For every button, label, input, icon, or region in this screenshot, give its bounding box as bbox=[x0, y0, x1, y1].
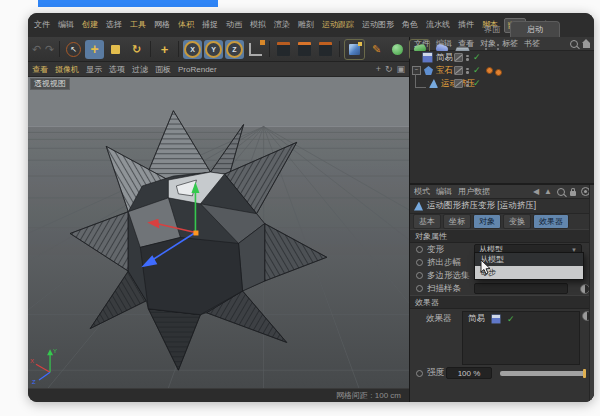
viewport-panel: 查看 摄像机 显示 选项 过滤 面板 ProRender + ↻ ▣ 透视视图 bbox=[28, 62, 409, 402]
lock-icon[interactable] bbox=[570, 191, 576, 196]
scrollbar[interactable] bbox=[589, 185, 594, 402]
menu-item[interactable]: 网格 bbox=[152, 18, 172, 33]
enabled-check-icon[interactable]: ✓ bbox=[473, 53, 481, 62]
viewport-menu-item[interactable]: 面板 bbox=[155, 64, 171, 75]
visibility-dots[interactable] bbox=[466, 81, 469, 87]
menu-item[interactable]: 文件 bbox=[32, 18, 52, 33]
am-menu-item[interactable]: 模式 bbox=[414, 186, 430, 197]
enabled-check-icon[interactable]: ✓ bbox=[473, 79, 481, 88]
animation-dot[interactable] bbox=[416, 285, 423, 292]
scale-tool-icon[interactable] bbox=[106, 40, 125, 59]
tag-icon[interactable] bbox=[495, 69, 502, 76]
subdivision-surface-icon[interactable] bbox=[388, 40, 407, 59]
layout-tab-interface[interactable]: 界面 bbox=[480, 22, 504, 37]
search-icon[interactable] bbox=[570, 40, 578, 48]
tab-coordinates[interactable]: 坐标 bbox=[443, 214, 471, 229]
menu-item[interactable]: 流水线 bbox=[424, 18, 452, 33]
rotate-view-icon[interactable]: ↻ bbox=[385, 64, 393, 74]
add-cube-icon[interactable] bbox=[344, 39, 365, 60]
effector-item[interactable]: 简易 ✓ bbox=[463, 312, 579, 326]
menu-item[interactable]: 角色 bbox=[400, 18, 420, 33]
menu-item[interactable]: 运动图形 bbox=[360, 18, 396, 33]
animation-dot[interactable] bbox=[416, 259, 423, 266]
render-picture-viewer-icon[interactable] bbox=[295, 40, 314, 59]
viewport-menu-item[interactable]: ProRender bbox=[178, 65, 217, 74]
slider-handle[interactable] bbox=[583, 369, 586, 378]
visibility-dots[interactable] bbox=[466, 68, 469, 74]
tab-transform[interactable]: 变换 bbox=[503, 214, 531, 229]
menu-item[interactable]: 渲染 bbox=[272, 18, 292, 33]
history-up-icon[interactable]: ▲ bbox=[544, 187, 552, 196]
toolbar-separator bbox=[150, 41, 151, 57]
maximize-view-icon[interactable]: ▣ bbox=[396, 64, 405, 74]
menu-item[interactable]: 工具 bbox=[128, 18, 148, 33]
viewport-canvas[interactable]: 透视视图 bbox=[28, 77, 409, 388]
attribute-tabs: 基本 坐标 对象 变换 效果器 bbox=[410, 214, 594, 229]
menu-item[interactable]: 动画 bbox=[224, 18, 244, 33]
menu-item[interactable]: 体积 bbox=[176, 18, 196, 33]
tag-icon[interactable] bbox=[486, 67, 493, 74]
menubar: 文件 编辑 创建 选择 工具 网格 体积 捕捉 动画 模拟 渲染 雕刻 运动跟踪… bbox=[32, 18, 550, 33]
pan-icon[interactable]: + bbox=[376, 64, 381, 74]
visibility-dots[interactable] bbox=[466, 55, 469, 61]
om-menu-item[interactable]: 书签 bbox=[524, 38, 540, 49]
object-name[interactable]: 宝石 bbox=[436, 65, 453, 77]
y-axis-lock-button[interactable]: Y bbox=[204, 40, 223, 59]
tab-effectors[interactable]: 效果器 bbox=[533, 214, 569, 229]
object-row[interactable]: 运动挤压 ✓ bbox=[410, 77, 594, 90]
viewport-menu-item[interactable]: 选项 bbox=[109, 64, 125, 75]
strength-slider[interactable] bbox=[500, 371, 586, 376]
animation-dot[interactable] bbox=[416, 272, 423, 279]
tab-object[interactable]: 对象 bbox=[473, 214, 501, 229]
move-tool-icon[interactable]: + bbox=[85, 40, 104, 59]
menu-item[interactable]: 运动跟踪 bbox=[320, 18, 356, 33]
object-row[interactable]: 简易 ✓ bbox=[410, 51, 594, 64]
last-tool-icon[interactable]: + bbox=[155, 40, 174, 59]
redo-icon[interactable]: ↷ bbox=[44, 40, 55, 59]
menu-item[interactable]: 编辑 bbox=[56, 18, 76, 33]
viewport-menu-item[interactable]: 摄像机 bbox=[55, 64, 79, 75]
menu-item[interactable]: 捕捉 bbox=[200, 18, 220, 33]
z-axis-lock-button[interactable]: Z bbox=[225, 40, 244, 59]
menu-item[interactable]: 创建 bbox=[80, 18, 100, 33]
left-column: ↶ ↷ ↖ + ↻ + X Y Z bbox=[28, 37, 409, 402]
layer-icon[interactable] bbox=[454, 53, 463, 62]
am-menu-item[interactable]: 用户数据 bbox=[458, 186, 490, 197]
effectors-list-label: 效果器 bbox=[426, 313, 452, 325]
object-name[interactable]: 简易 bbox=[436, 52, 453, 64]
x-axis-lock-button[interactable]: X bbox=[183, 40, 202, 59]
menu-item[interactable]: 插件 bbox=[456, 18, 476, 33]
main-area: ↶ ↷ ↖ + ↻ + X Y Z bbox=[28, 37, 594, 402]
menu-item[interactable]: 雕刻 bbox=[296, 18, 316, 33]
spline-pen-icon[interactable]: ✎ bbox=[367, 40, 386, 59]
viewport-menu-item[interactable]: 过滤 bbox=[132, 64, 148, 75]
rotate-tool-icon[interactable]: ↻ bbox=[127, 40, 146, 59]
viewport-menu-item[interactable]: 显示 bbox=[86, 64, 102, 75]
am-menu-item[interactable]: 编辑 bbox=[436, 186, 452, 197]
render-settings-icon[interactable] bbox=[316, 40, 335, 59]
search-icon[interactable] bbox=[557, 188, 565, 196]
sweep-spline-link-field[interactable] bbox=[474, 283, 568, 294]
view-label[interactable]: 透视视图 bbox=[30, 78, 70, 90]
animation-dot[interactable] bbox=[416, 246, 423, 253]
home-icon[interactable] bbox=[583, 43, 590, 48]
layer-icon[interactable] bbox=[454, 79, 463, 88]
layout-tab-startup[interactable]: 启动 bbox=[510, 21, 560, 37]
menu-item[interactable]: 选择 bbox=[104, 18, 124, 33]
tab-basic[interactable]: 基本 bbox=[413, 214, 441, 229]
animation-dot[interactable] bbox=[416, 370, 423, 377]
viewport-menu-item[interactable]: 查看 bbox=[32, 64, 48, 75]
history-back-icon[interactable]: ◀ bbox=[533, 187, 539, 196]
strength-value-field[interactable]: 100 % bbox=[446, 367, 492, 379]
menu-item[interactable]: 模拟 bbox=[248, 18, 268, 33]
live-selection-icon[interactable]: ↖ bbox=[64, 40, 83, 59]
om-menu-item[interactable]: 标签 bbox=[502, 38, 518, 49]
coordinate-system-icon[interactable] bbox=[246, 40, 265, 59]
object-row[interactable]: − 宝石 ✓ bbox=[410, 64, 594, 77]
render-view-icon[interactable] bbox=[274, 40, 293, 59]
enabled-check-icon[interactable]: ✓ bbox=[473, 66, 481, 75]
undo-icon[interactable]: ↶ bbox=[31, 40, 42, 59]
property-label: 多边形选集 bbox=[427, 270, 473, 282]
layer-icon[interactable] bbox=[454, 66, 463, 75]
effectors-list[interactable]: 简易 ✓ bbox=[462, 311, 580, 365]
